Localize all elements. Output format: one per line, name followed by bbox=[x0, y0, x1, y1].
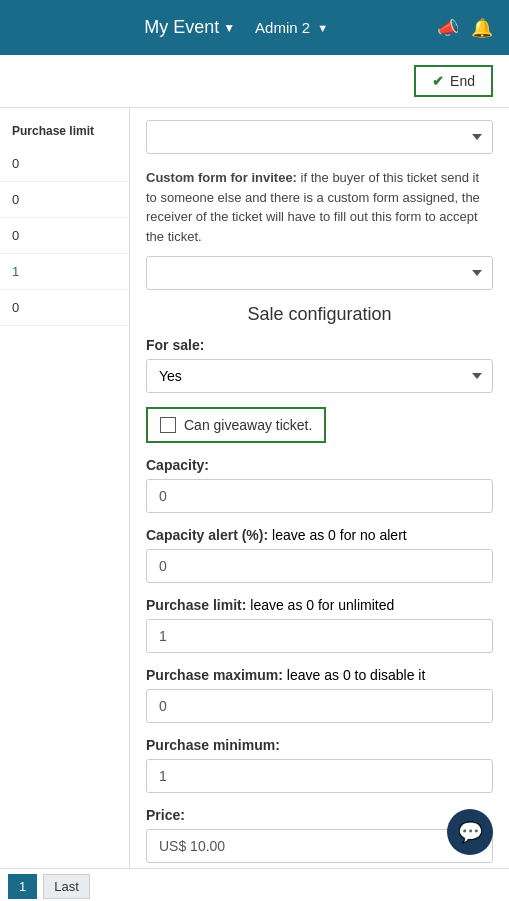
content-area: Custom form for invitee: if the buyer of… bbox=[130, 108, 509, 868]
capacity-alert-group: Capacity alert (%): leave as 0 for no al… bbox=[146, 527, 493, 583]
sidebar-header: Purchase limit bbox=[0, 116, 129, 146]
price-group: Price: bbox=[146, 807, 493, 863]
price-label: Price: bbox=[146, 807, 185, 823]
purchase-max-label: Purchase maximum: bbox=[146, 667, 283, 683]
capacity-label: Capacity: bbox=[146, 457, 209, 473]
bell-icon[interactable]: 🔔 bbox=[471, 17, 493, 39]
purchase-limit-input[interactable] bbox=[146, 619, 493, 653]
admin-name: Admin 2 ▼ bbox=[255, 19, 328, 36]
chat-icon: 💬 bbox=[458, 820, 483, 844]
for-sale-label: For sale: bbox=[146, 337, 204, 353]
second-dropdown[interactable] bbox=[146, 256, 493, 290]
capacity-input[interactable] bbox=[146, 479, 493, 513]
sale-config-title: Sale configuration bbox=[146, 304, 493, 325]
capacity-alert-input[interactable] bbox=[146, 549, 493, 583]
price-input[interactable] bbox=[146, 829, 493, 863]
purchase-limit-suffix: leave as 0 for unlimited bbox=[250, 597, 394, 613]
form-section: Custom form for invitee: if the buyer of… bbox=[130, 108, 509, 868]
page-1-button[interactable]: 1 bbox=[8, 874, 37, 899]
giveaway-label: Can giveaway ticket. bbox=[184, 417, 312, 433]
giveaway-checkbox-row[interactable]: Can giveaway ticket. bbox=[146, 407, 326, 443]
sidebar-row-4: 1 bbox=[0, 254, 129, 290]
purchase-min-input[interactable] bbox=[146, 759, 493, 793]
sidebar-row-2: 0 bbox=[0, 182, 129, 218]
header-center: My Event ▼ Admin 2 ▼ bbox=[144, 17, 328, 38]
sidebar-row-3: 0 bbox=[0, 218, 129, 254]
end-button[interactable]: ✔ End bbox=[414, 65, 493, 97]
event-chevron-icon[interactable]: ▼ bbox=[223, 21, 235, 35]
pagination: 1 Last bbox=[0, 868, 509, 901]
second-dropdown-group bbox=[146, 256, 493, 290]
chat-bubble[interactable]: 💬 bbox=[447, 809, 493, 855]
purchase-max-input[interactable] bbox=[146, 689, 493, 723]
megaphone-icon[interactable]: 📣 bbox=[437, 17, 459, 39]
purchase-min-label: Purchase minimum: bbox=[146, 737, 280, 753]
purchase-max-group: Purchase maximum: leave as 0 to disable … bbox=[146, 667, 493, 723]
admin-chevron-icon[interactable]: ▼ bbox=[317, 22, 328, 34]
purchase-limit-label: Purchase limit: bbox=[146, 597, 246, 613]
top-dropdown[interactable] bbox=[146, 120, 493, 154]
event-title: My Event bbox=[144, 17, 219, 38]
capacity-alert-label: Capacity alert (%): bbox=[146, 527, 268, 543]
for-sale-group: For sale: Yes No bbox=[146, 337, 493, 393]
purchase-max-suffix: leave as 0 to disable it bbox=[287, 667, 426, 683]
giveaway-checkbox[interactable] bbox=[160, 417, 176, 433]
custom-form-note: Custom form for invitee: if the buyer of… bbox=[146, 168, 493, 246]
last-page-button[interactable]: Last bbox=[43, 874, 90, 899]
end-label: End bbox=[450, 73, 475, 89]
capacity-group: Capacity: bbox=[146, 457, 493, 513]
main-layout: Purchase limit 0 0 0 1 0 ▶ Custom form f… bbox=[0, 108, 509, 868]
top-dropdown-group bbox=[146, 120, 493, 154]
purchase-limit-group: Purchase limit: leave as 0 for unlimited bbox=[146, 597, 493, 653]
sidebar: Purchase limit 0 0 0 1 0 ▶ bbox=[0, 108, 130, 868]
capacity-alert-suffix: leave as 0 for no alert bbox=[272, 527, 407, 543]
header-actions: 📣 🔔 bbox=[437, 17, 493, 39]
custom-form-label: Custom form for invitee: bbox=[146, 170, 297, 185]
sidebar-row-1: 0 bbox=[0, 146, 129, 182]
purchase-min-group: Purchase minimum: bbox=[146, 737, 493, 793]
end-button-container: ✔ End bbox=[0, 55, 509, 108]
header: My Event ▼ Admin 2 ▼ 📣 🔔 bbox=[0, 0, 509, 55]
sidebar-row-5: 0 bbox=[0, 290, 129, 326]
for-sale-select[interactable]: Yes No bbox=[146, 359, 493, 393]
end-check-icon: ✔ bbox=[432, 73, 444, 89]
